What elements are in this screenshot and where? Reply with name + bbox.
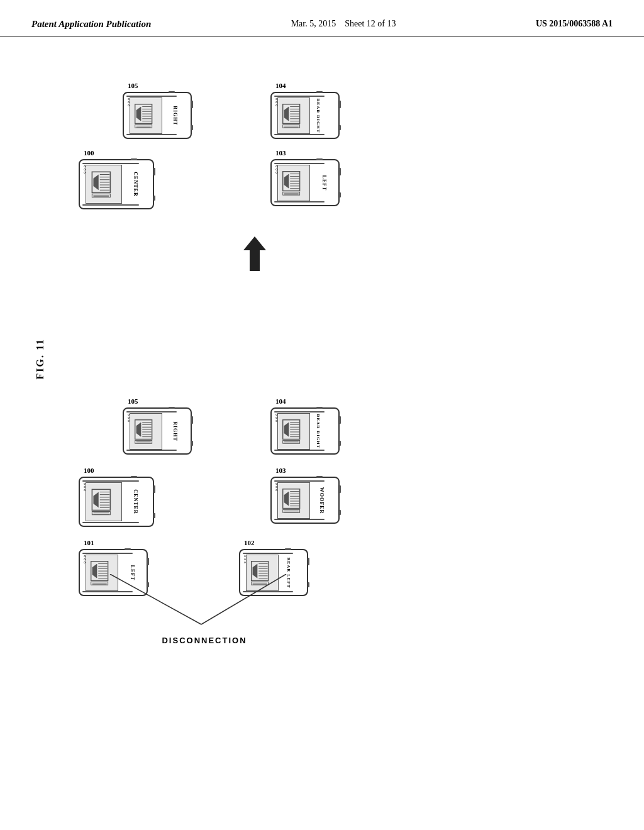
side-btn-top [191, 101, 193, 108]
svg-marker-25 [93, 174, 98, 190]
phone-screen [130, 413, 162, 450]
phone-body-100-top: CENTER [79, 159, 154, 209]
top-btn [131, 158, 137, 160]
phone-screen [86, 165, 122, 204]
publication-date: Mar. 5, 2015 [291, 19, 336, 28]
phone-body-103-bottom: WOOFER [270, 477, 340, 524]
ref-105-bottom: 105 [128, 397, 138, 405]
phone-104-bottom: 104 [270, 407, 340, 455]
phone-screen [130, 97, 162, 134]
side-btn-bottom [153, 196, 155, 201]
speaker-icon [278, 98, 309, 133]
disconnection-lines: DISCONNECTION [63, 574, 346, 650]
speaker-icon [86, 165, 121, 203]
top-btn [316, 476, 323, 478]
side-btn-top [339, 416, 341, 424]
phone-screen [277, 482, 310, 519]
channel-left-top: LEFT [321, 175, 327, 191]
channel-rear-right-top: REAR RIGHT [316, 98, 321, 133]
ref-100-top: 100 [84, 149, 94, 157]
svg-marker-62 [284, 422, 289, 436]
channel-center-bottom: CENTER [133, 489, 138, 514]
speaker-icon [130, 414, 162, 449]
figure-label: FIG. 11 [35, 338, 46, 380]
speaker-icon [130, 98, 162, 133]
phone-body-100-bottom: CENTER [79, 477, 154, 527]
speaker-icon [278, 483, 309, 518]
main-content: FIG. 11 105 [0, 36, 644, 816]
side-btn-top [339, 101, 341, 108]
phone-screen [86, 482, 122, 521]
phone-100-bottom: 100 [79, 477, 154, 527]
phone-screen [277, 97, 310, 134]
phone-103-bottom: 103 [270, 477, 340, 524]
ref-104-top: 104 [275, 82, 286, 89]
svg-line-122 [201, 574, 286, 624]
top-btn [316, 407, 323, 409]
side-btn-bottom [191, 441, 193, 446]
side-btn-top [147, 558, 149, 565]
speaker-icon [278, 165, 309, 201]
phone-105-top: 105 [123, 92, 192, 139]
top-btn [169, 407, 175, 409]
top-btn [131, 476, 137, 478]
phone-105-bottom: 105 [123, 407, 192, 455]
ref-103-top: 103 [275, 149, 286, 157]
top-btn [285, 548, 291, 550]
up-arrow [242, 236, 267, 274]
ref-105-top: 105 [128, 82, 138, 89]
ref-104-bottom: 104 [275, 397, 286, 405]
side-btn-top [308, 558, 309, 565]
top-btn [316, 91, 323, 93]
svg-marker-74 [93, 492, 98, 507]
phone-103-top: 103 [270, 159, 340, 206]
svg-marker-50 [136, 422, 142, 436]
side-btn-top [153, 485, 155, 493]
disconnection-text: DISCONNECTION [162, 636, 247, 645]
ref-103-bottom: 103 [275, 467, 286, 474]
phone-100-top: 100 [79, 159, 154, 209]
side-btn-top [339, 485, 341, 493]
phone-body-103-top: LEFT [270, 159, 340, 206]
svg-marker-1 [136, 106, 142, 121]
side-btn-top [191, 416, 193, 424]
side-btn-bottom [191, 125, 193, 130]
channel-rear-right-bottom: REAR RIGHT [316, 414, 321, 448]
svg-line-121 [110, 574, 201, 624]
top-btn [125, 548, 131, 550]
top-btn [316, 158, 323, 160]
phone-body-104-top: REAR RIGHT [270, 92, 340, 139]
side-btn-bottom [339, 510, 341, 515]
channel-right-bottom: RIGHT [173, 421, 179, 441]
side-btn-top [339, 168, 341, 175]
svg-marker-86 [284, 491, 289, 506]
phone-body-105-top: RIGHT [123, 92, 192, 139]
phone-screen [277, 413, 310, 450]
speaker-icon [86, 483, 121, 521]
top-btn [169, 91, 175, 93]
patent-number: US 2015/0063588 A1 [536, 19, 613, 29]
speaker-icon [278, 414, 309, 449]
date-sheet: Mar. 5, 2015 Sheet 12 of 13 [291, 19, 396, 29]
channel-right-top: RIGHT [173, 106, 179, 126]
phone-104-top: 104 [270, 92, 340, 139]
svg-marker-13 [284, 106, 289, 121]
side-btn-bottom [153, 513, 155, 518]
ref-100-bottom: 100 [84, 467, 94, 474]
page-header: Patent Application Publication Mar. 5, 2… [0, 0, 644, 36]
ref-101-bottom: 101 [84, 539, 94, 546]
phone-screen [277, 165, 310, 201]
publication-label: Patent Application Publication [31, 19, 151, 30]
svg-marker-37 [284, 174, 289, 188]
phone-body-105-bottom: RIGHT [123, 407, 192, 455]
ref-102-bottom: 102 [244, 539, 255, 546]
phone-body-104-bottom: REAR RIGHT [270, 407, 340, 455]
svg-marker-48 [243, 236, 266, 271]
side-btn-top [153, 168, 155, 175]
side-btn-bottom [339, 125, 341, 130]
channel-center-top: CENTER [133, 172, 138, 196]
side-btn-bottom [339, 441, 341, 446]
sheet-info: Sheet 12 of 13 [345, 19, 396, 28]
side-btn-bottom [339, 192, 341, 197]
channel-woofer: WOOFER [318, 487, 324, 513]
